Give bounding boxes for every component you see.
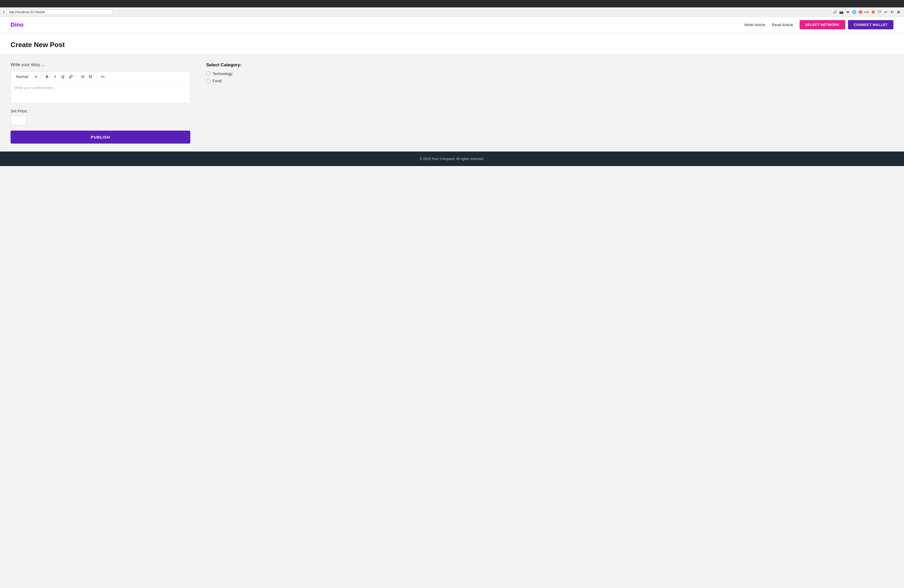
extensions-bar: 🔗 📷 ✉ 🌐 🎯 </> 🦊 🛡 ↩ ↻ ⊞ (833, 10, 901, 14)
ext-link-icon[interactable]: 🔗 (833, 10, 838, 14)
ext-grid-icon[interactable]: ⊞ (896, 10, 901, 14)
app-logo[interactable]: Dino (11, 21, 24, 28)
publish-button[interactable]: PUBLISH (11, 131, 190, 144)
footer-text: © 2023 Your Company. All rights reserved… (420, 157, 484, 161)
nav-write-article[interactable]: Write Article (744, 22, 765, 27)
toolbar-divider-1 (41, 74, 41, 79)
ext-arrow-icon[interactable]: ↩ (883, 10, 888, 14)
browser-nav: ℹ http://localhost:5173/write 🔗 📷 ✉ 🌐 🎯 … (0, 7, 904, 17)
ordered-list-button[interactable] (79, 74, 86, 79)
category-food[interactable]: Food (206, 79, 259, 83)
nav-links: Write Article Read Article (744, 22, 793, 27)
category-title: Select Category: (206, 62, 259, 68)
connect-wallet-button[interactable]: CONNECT WALLET (848, 20, 893, 29)
svg-point-6 (89, 76, 90, 76)
editor-container: Normal Heading 1 Heading 2 Heading 3 B I… (11, 71, 190, 103)
app-navbar: Dino Write Article Read Article SELECT N… (0, 17, 904, 33)
format-select[interactable]: Normal Heading 1 Heading 2 Heading 3 (14, 74, 38, 80)
category-food-label: Food (213, 79, 221, 83)
category-technology-radio[interactable] (206, 72, 210, 76)
clear-format-button[interactable]: Tx (100, 74, 106, 80)
browser-chrome (0, 0, 904, 7)
page-header: Create New Post (0, 33, 904, 54)
ext-shield-icon[interactable]: 🛡 (877, 10, 882, 14)
page-title: Create New Post (11, 41, 893, 49)
ext-code-icon[interactable]: </> (864, 10, 869, 14)
bold-button[interactable]: B (44, 74, 50, 80)
ext-refresh-icon[interactable]: ↻ (890, 10, 895, 14)
ext-camera-icon[interactable]: 📷 (839, 10, 844, 14)
category-sidebar: Select Category: Technology Food (206, 62, 259, 83)
main-area: Write your story ... Normal Heading 1 He… (0, 54, 904, 152)
svg-point-8 (89, 77, 90, 78)
unordered-list-button[interactable] (87, 74, 94, 79)
info-icon: ℹ (3, 10, 5, 14)
category-technology-label: Technology (213, 71, 232, 76)
ext-globe-icon[interactable]: 🌐 (852, 10, 857, 14)
page-background (0, 166, 904, 245)
toolbar-divider-2 (77, 74, 77, 79)
footer: © 2023 Your Company. All rights reserved… (0, 152, 904, 166)
ext-email-icon[interactable]: ✉ (846, 10, 850, 14)
editor-content-area[interactable]: Write your content here... (11, 82, 190, 103)
italic-button[interactable]: I (52, 74, 58, 80)
price-input[interactable] (11, 116, 27, 125)
svg-point-7 (89, 76, 90, 77)
underline-button[interactable]: U (60, 74, 66, 80)
url-text: http://localhost:5173/write (9, 10, 45, 14)
editor-section: Write your story ... Normal Heading 1 He… (11, 62, 190, 144)
category-technology[interactable]: Technology (206, 71, 259, 76)
category-radio-group: Technology Food (206, 71, 259, 83)
toolbar-divider-3 (96, 74, 97, 79)
category-food-radio[interactable] (206, 79, 210, 83)
editor-placeholder: Write your content here... (14, 86, 56, 90)
url-bar[interactable]: http://localhost:5173/write (6, 9, 112, 15)
editor-toolbar: Normal Heading 1 Heading 2 Heading 3 B I… (11, 72, 190, 82)
write-label: Write your story ... (11, 62, 190, 67)
ext-target-icon[interactable]: 🎯 (858, 10, 863, 14)
select-network-button[interactable]: SELECT NETWORK (800, 20, 846, 29)
link-button[interactable] (68, 74, 74, 79)
nav-read-article[interactable]: Read Article (772, 22, 793, 27)
ext-fox-icon[interactable]: 🦊 (871, 10, 876, 14)
set-price-label: Set Price: (11, 109, 190, 113)
